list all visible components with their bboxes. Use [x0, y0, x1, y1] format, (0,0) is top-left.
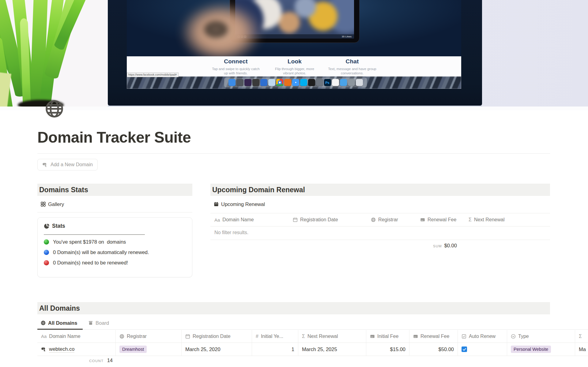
select-property-icon	[511, 334, 516, 339]
upcoming-header-border	[210, 226, 550, 227]
feature-description: Flip through bigger, morevibrant photos.	[261, 67, 328, 75]
cell-initial-fee[interactable]: $15.00	[366, 343, 409, 356]
cursor-click-icon	[41, 346, 47, 352]
tab-gallery[interactable]: Gallery	[41, 199, 64, 209]
col-renewal-fee[interactable]: Renewal Fee	[409, 330, 458, 343]
col-initial-fee[interactable]: Initial Fee	[366, 330, 409, 343]
feature-description: Text, message and have groupconversation…	[318, 67, 386, 75]
tab-all-domains[interactable]: All Domains	[41, 318, 77, 328]
calendar-icon	[214, 202, 219, 207]
chrome-icon	[276, 79, 283, 86]
tab-upcoming-renewal-label: Upcoming Renewal	[221, 201, 265, 207]
stats-card-title: Stats	[52, 223, 65, 229]
launchpad-icon	[236, 79, 243, 86]
domain-name-link[interactable]: webtech.co	[49, 346, 74, 353]
tabs-divider	[37, 329, 588, 330]
tab-board-label: Board	[96, 320, 109, 326]
cloud-app-icon	[268, 79, 275, 86]
tab-upcoming-renewal[interactable]: Upcoming Renewal	[214, 199, 265, 209]
skype-icon	[300, 79, 307, 86]
domain-table-row: webtech.co Dreamhost March 25, 2020 1 Ma…	[37, 343, 588, 356]
pages-icon	[332, 79, 339, 86]
col-auto-renew[interactable]: Auto Renew	[458, 330, 507, 343]
stats-card-header: Stats	[44, 223, 186, 229]
col-next-renewal[interactable]: Σ Next Renewal	[298, 330, 366, 343]
folder-icon	[340, 79, 347, 86]
upcoming-renewal-heading: Upcoming Domain Renewal	[210, 184, 550, 196]
cell-next-renewal[interactable]: March 25, 2025	[298, 343, 366, 356]
trash-icon	[356, 79, 363, 86]
table-count-calc[interactable]: COUNT 14	[37, 358, 113, 363]
calendar-icon	[185, 334, 190, 339]
upcoming-col-domain-name[interactable]: Aa Domain Name	[214, 213, 254, 226]
type-tag: Personal Website	[511, 346, 551, 353]
domains-stats-heading: Domains Stats	[37, 184, 192, 196]
stat-item-spent: You've spent $1978 on domains	[44, 239, 186, 245]
cover-url-tooltip: https://www.facebook.com/mobile/ipad#	[127, 73, 179, 77]
dark-app-icon	[244, 79, 251, 86]
upcoming-empty-state: No filter results.	[214, 230, 248, 235]
cover-monitor-screen: ▢ ▢ ▢ 35 Likes Connect Tap and swipe to …	[127, 0, 461, 89]
col-initial-years[interactable]: # Initial Ye...	[252, 330, 298, 343]
photo-likes-label: 35 Likes	[342, 35, 352, 38]
pie-chart-icon	[44, 223, 49, 229]
cell-registration-date[interactable]: March 25, 2020	[182, 343, 252, 356]
upcoming-row-border	[210, 240, 550, 240]
upcoming-col-next-renewal[interactable]: Σ Next Renewal	[469, 213, 505, 226]
upcoming-col-registration-date[interactable]: Registration Date	[293, 213, 338, 226]
auto-renew-checkbox[interactable]	[462, 346, 467, 352]
credit-card-icon	[420, 217, 425, 222]
cell-renewal-fee[interactable]: $50.00	[409, 343, 458, 356]
stats-card[interactable]: Stats You've spent $1978 on domains 0 Do…	[37, 217, 192, 277]
sigma-icon: Σ	[579, 334, 582, 339]
tab-board[interactable]: Board	[88, 318, 109, 328]
add-new-domain-button[interactable]: Add a New Domain	[37, 159, 98, 170]
cursor-click-icon	[42, 162, 48, 167]
upcoming-sum[interactable]: SUM $0.00	[433, 243, 457, 249]
cell-domain-name[interactable]: webtech.co	[37, 343, 116, 356]
page-globe-icon[interactable]	[45, 99, 64, 118]
cell-initial-years[interactable]: 1	[252, 343, 298, 356]
photo-icon	[348, 79, 355, 86]
feature-title: Connect	[202, 58, 270, 65]
stat-item-need-renew: 0 Domain(s) need to be renewed!	[44, 260, 186, 266]
board-icon	[88, 320, 93, 325]
feature-title: Look	[261, 58, 328, 65]
cover-plant-area	[0, 0, 108, 107]
col-type[interactable]: Type	[507, 330, 575, 343]
stats-divider-line	[44, 234, 145, 235]
checkbox-property-icon	[462, 334, 466, 339]
gallery-icon	[41, 202, 46, 207]
col-registration-date[interactable]: Registration Date	[182, 330, 252, 343]
finder-icon	[228, 79, 236, 86]
feature-description: Tap and swipe to quickly catchup with fr…	[202, 67, 270, 75]
credit-card-icon	[413, 334, 418, 339]
sum-label: SUM	[433, 244, 442, 248]
upcoming-col-renewal-fee[interactable]: Renewal Fee	[420, 213, 456, 226]
cell-type[interactable]: Personal Website	[507, 343, 575, 356]
red-circle-icon	[44, 260, 49, 265]
cell-registrar[interactable]: Dreamhost	[116, 343, 182, 356]
col-registrar[interactable]: Registrar	[116, 330, 182, 343]
credit-card-icon	[370, 334, 375, 339]
sigma-icon: Σ	[302, 334, 305, 339]
sublime-icon	[252, 79, 259, 86]
upcoming-col-registrar[interactable]: Registrar	[371, 213, 398, 226]
cover-dock: Ps	[224, 77, 367, 88]
cover-feature-connect: Connect Tap and swipe to quickly catchup…	[202, 58, 270, 75]
cover-bottom-strip	[0, 107, 588, 110]
safari-icon	[292, 79, 299, 86]
count-value: 14	[107, 358, 113, 363]
number-property-icon: #	[256, 334, 258, 339]
cover-feature-chat: Chat Text, message and have groupconvers…	[318, 58, 386, 75]
text-property-icon: Aa	[214, 217, 220, 223]
cover-blurred-camera	[202, 20, 230, 39]
col-domain-name[interactable]: Aa Domain Name	[37, 330, 116, 343]
tab-gallery-label: Gallery	[48, 201, 64, 207]
cover-image: ▢ ▢ ▢ 35 Likes Connect Tap and swipe to …	[0, 0, 588, 110]
cover-monitor: ▢ ▢ ▢ 35 Likes Connect Tap and swipe to …	[108, 0, 482, 106]
firefox-icon	[284, 79, 291, 86]
col-formula-partial[interactable]: Σ	[575, 330, 588, 343]
globe-icon	[41, 320, 46, 325]
cell-formula-partial[interactable]: Ma	[575, 343, 588, 356]
